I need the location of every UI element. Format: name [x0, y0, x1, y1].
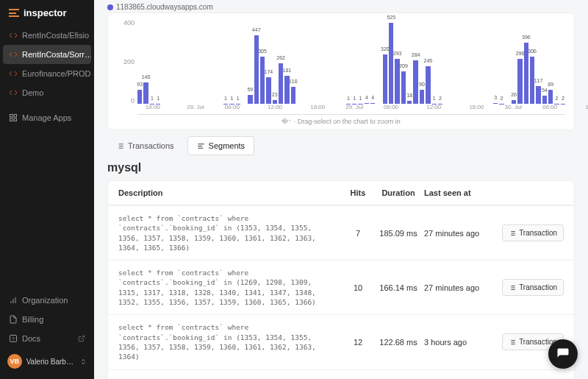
x-tick-label: 28. Jul [187, 104, 204, 110]
segments-icon [197, 142, 205, 150]
nav-manage-apps[interactable]: Manage Apps [0, 108, 94, 127]
nav-label: Organization [22, 296, 68, 305]
bar-value-label: 525 [387, 15, 395, 20]
bar-value-label: 290 [516, 51, 525, 56]
bar-value-label: 1 [157, 96, 159, 101]
svg-rect-2 [10, 118, 13, 121]
x-tick-label: 12:00 [268, 104, 282, 110]
query-text: select * from `contracts` where `contrac… [118, 213, 336, 252]
chart-bar[interactable]: 59 [248, 95, 252, 104]
sidebar-item-label: Eurofinance/PROD [22, 69, 91, 78]
user-name: Valerio Barbera [26, 358, 76, 366]
table-row: select * from `contracts` where `contrac… [108, 205, 574, 260]
bar-value-label: 89 [548, 82, 553, 87]
chart-bar[interactable]: 54 [542, 96, 547, 104]
query-text: select * from `contracts` where `contrac… [118, 322, 336, 361]
cell-hits: 10 [343, 283, 373, 292]
bar-value-label: 93 [137, 82, 143, 87]
bar-value-label: 262 [276, 55, 285, 60]
chart-bar[interactable]: 117 [536, 86, 540, 104]
chart-bar[interactable]: 305 [260, 57, 265, 104]
bar-value-label: 18 [406, 93, 412, 98]
tab-label: Transactions [128, 141, 174, 150]
transaction-button[interactable]: Transaction [502, 279, 564, 296]
bar-value-label: 1 [359, 96, 362, 101]
x-tick-label: 30. Jul [505, 104, 523, 110]
x-tick-label: 12:00 [426, 104, 441, 110]
app-icon [9, 88, 18, 97]
chat-fab[interactable] [548, 339, 578, 369]
bottom-nav: Organization Billing ? Docs VB Valerio B… [0, 291, 94, 379]
user-menu[interactable]: VB Valerio Barbera [0, 348, 94, 375]
app-icon [9, 50, 18, 59]
external-link-icon [78, 335, 85, 342]
bar-value-label: 23 [272, 92, 278, 97]
sidebar-item-app[interactable]: RentInCosta/Efisio [0, 26, 94, 45]
svg-text:?: ? [12, 336, 15, 341]
bar-value-label: 1 [230, 96, 233, 101]
cell-last-seen: 3 hours ago [424, 338, 498, 347]
bar-value-label: 174 [265, 69, 273, 74]
brand-name: inspector [24, 7, 67, 18]
tab-segments[interactable]: Segments [187, 136, 255, 155]
x-tick-label: 18:00 [310, 104, 325, 110]
chart-plot[interactable]: 9314011111594473051742326218111011144320… [137, 19, 565, 115]
tabs: Transactions Segments [107, 136, 575, 155]
chart-bar[interactable]: 93 [137, 90, 142, 104]
tab-transactions[interactable]: Transactions [107, 136, 183, 155]
bar-value-label: 4 [365, 95, 368, 100]
main-content: 1183865.cloudwaysapps.com 4002000 931401… [94, 0, 588, 379]
x-tick-label: 29. Jul [345, 104, 363, 110]
chart-legend: 1183865.cloudwaysapps.com [107, 0, 575, 13]
legend-host: 1183865.cloudwaysapps.com [116, 3, 213, 11]
chart-bar[interactable]: 90 [420, 90, 424, 104]
sidebar-item-app[interactable]: Demo [0, 83, 94, 102]
chart-bar[interactable]: 525 [389, 23, 393, 104]
cell-duration: 122.68 ms [373, 338, 424, 347]
chart-bar[interactable]: 89 [548, 90, 553, 104]
chart-bar[interactable]: 290 [517, 59, 522, 104]
sidebar-item-app[interactable]: Eurofinance/PROD [0, 64, 94, 83]
chart-bar[interactable]: 284 [413, 60, 417, 104]
chart-bar[interactable]: 209 [401, 71, 406, 104]
chart-x-axis: 18:0028. Jul06:0012:0018:0029. Jul06:001… [137, 104, 565, 114]
sidebar-item-app[interactable]: RentInCosta/Sorr… [3, 45, 91, 64]
nav-organization[interactable]: Organization [0, 291, 94, 310]
col-duration: Duration [373, 188, 424, 197]
bar-value-label: 209 [399, 63, 408, 68]
table-row: select * from `contracts` where `contrac… [108, 314, 574, 369]
nav-billing[interactable]: Billing [0, 310, 94, 329]
transaction-button[interactable]: Transaction [502, 224, 564, 241]
x-tick-label: 18:00 [469, 104, 484, 110]
bar-value-label: 1 [353, 96, 356, 101]
bar-chart[interactable]: 4002000 93140111115944730517423262181110… [117, 19, 565, 115]
legend-dot-icon [107, 4, 113, 10]
chart-bar[interactable]: 110 [291, 87, 295, 104]
section-title: mysql [107, 161, 575, 174]
bar-value-label: 2 [562, 96, 564, 101]
app-nav: RentInCosta/EfisioRentInCosta/Sorr…Eurof… [0, 26, 94, 291]
bar-value-label: 1 [433, 96, 436, 101]
chart-bar[interactable]: 140 [143, 82, 148, 104]
bar-value-label: 320 [381, 46, 390, 52]
nav-label: Docs [22, 334, 40, 343]
bar-value-label: 4 [371, 95, 374, 100]
nav-label: Manage Apps [22, 113, 71, 122]
cell-hits: 7 [343, 229, 373, 238]
chart-bar[interactable]: 174 [266, 77, 270, 104]
bar-value-label: 181 [283, 68, 292, 73]
bar-value-label: 245 [423, 58, 432, 63]
nav-docs[interactable]: ? Docs [0, 329, 94, 348]
chart-bar[interactable]: 245 [426, 66, 430, 104]
help-icon: ? [9, 334, 18, 343]
sidebar-item-label: RentInCosta/Sorr… [22, 50, 91, 59]
grid-icon [9, 113, 18, 122]
table-header: Description Hits Duration Last seen at [108, 181, 574, 205]
x-tick-label: 06:00 [542, 104, 557, 110]
chart-hint: �⁺ · Drag-select on the chart to zoom in [117, 115, 565, 125]
tab-label: Segments [209, 141, 245, 150]
chart-bar[interactable]: 320 [383, 54, 387, 104]
chart-bar[interactable]: 447 [254, 35, 259, 104]
list-icon [509, 284, 516, 291]
app-icon [9, 69, 18, 78]
